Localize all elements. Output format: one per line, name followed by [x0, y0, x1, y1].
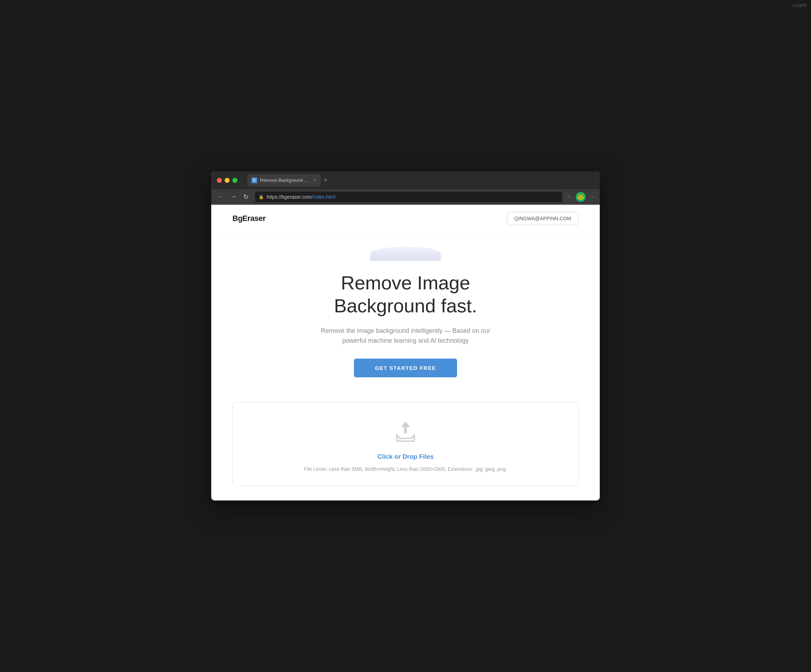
hero-decoration	[370, 247, 441, 261]
url-bar[interactable]: 🔒 https://bgeraser.com/index.html	[255, 192, 562, 202]
back-button[interactable]: ←	[215, 192, 226, 202]
nav-buttons: ← → ↻	[215, 192, 251, 202]
upload-icon	[393, 420, 418, 446]
toolbar-right: ☆ 🐸 ⋯	[567, 192, 596, 202]
tab-favicon-icon: B	[251, 178, 257, 183]
refresh-button[interactable]: ↻	[241, 192, 251, 202]
svg-marker-1	[401, 421, 410, 427]
tab-title: Remove Background from Imag…	[260, 178, 309, 183]
watermark-text: 小众软件	[791, 3, 807, 8]
user-email-button[interactable]: QINGWA@APPINN.COM	[507, 212, 579, 225]
site-header: BgEraser QINGWA@APPINN.COM	[211, 205, 600, 233]
fullscreen-traffic-light[interactable]	[232, 178, 238, 183]
url-text: https://bgeraser.com/index.html	[267, 194, 336, 200]
minimize-traffic-light[interactable]	[225, 178, 230, 183]
title-bar: B Remove Background from Imag… × +	[211, 171, 600, 189]
page-content: BgEraser QINGWA@APPINN.COM Remove Image …	[211, 205, 600, 501]
upload-area[interactable]: Click or Drop Files File Limits: Less th…	[232, 402, 579, 486]
upload-limits-text: File Limits: Less than 5MB, Width×Height…	[304, 466, 507, 472]
hero-section: Remove Image Background fast. Remove the…	[211, 233, 600, 402]
hero-subtitle: Remove the image background intelligentl…	[314, 326, 497, 346]
active-tab[interactable]: B Remove Background from Imag… ×	[247, 174, 321, 186]
hero-title: Remove Image Background fast.	[300, 271, 511, 317]
traffic-lights	[217, 178, 238, 183]
browser-window: B Remove Background from Imag… × + ← → ↻…	[211, 171, 600, 501]
close-traffic-light[interactable]	[217, 178, 222, 183]
lock-icon: 🔒	[259, 195, 264, 200]
forward-button[interactable]: →	[228, 192, 238, 202]
new-tab-icon[interactable]: +	[324, 176, 328, 184]
menu-icon[interactable]: ⋯	[590, 193, 596, 200]
address-bar: ← → ↻ 🔒 https://bgeraser.com/index.html …	[211, 189, 600, 205]
extension-avatar-icon[interactable]: 🐸	[576, 192, 585, 202]
tab-bar: B Remove Background from Imag… × +	[247, 174, 594, 186]
upload-link[interactable]: Click or Drop Files	[377, 453, 433, 460]
star-icon[interactable]: ☆	[567, 193, 572, 200]
tab-close-icon[interactable]: ×	[314, 178, 317, 183]
get-started-button[interactable]: GET STARTED FREE	[354, 359, 457, 377]
site-logo: BgEraser	[232, 214, 266, 223]
